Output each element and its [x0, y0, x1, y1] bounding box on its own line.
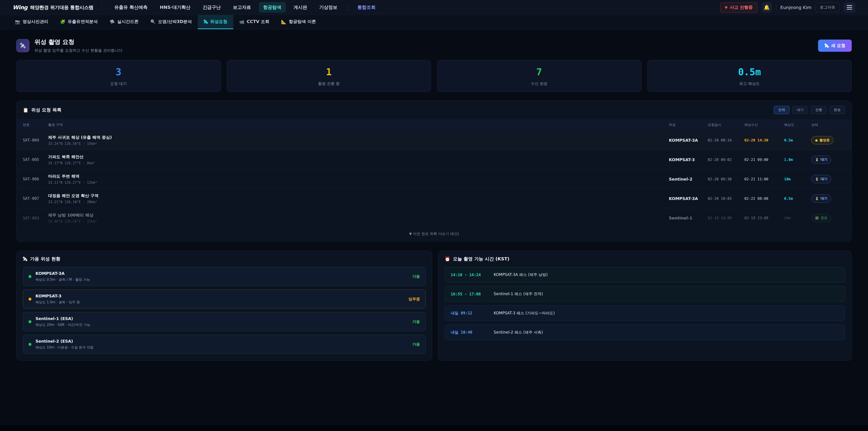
- divider: [347, 4, 348, 11]
- satellite-name: Sentinel-1: [669, 216, 708, 220]
- page-header: 🛰 위성 촬영 요청 위성 촬영 임무를 요청하고 수신 현황을 관리합니다 🛰…: [16, 38, 852, 53]
- new-request-button[interactable]: 🛰 새 요청: [818, 39, 852, 52]
- drone-icon: 🛸: [110, 19, 115, 24]
- nav-item-aerial-search[interactable]: 항공탐색: [259, 2, 286, 13]
- nav-item-rescue[interactable]: 긴급구난: [198, 2, 225, 13]
- request-id: SAT-003: [23, 216, 48, 220]
- tab-satellite-request[interactable]: 🛰 위성요청: [198, 15, 233, 29]
- table-row[interactable]: SAT-003 제주 남방 100해리 해상 33.00°N 126.50°E …: [17, 208, 851, 227]
- request-list-panel: 📋 위성 요청 목록 전체 대기 진행 완료 번호 촬영 구역 위성 요청일시 …: [16, 100, 852, 242]
- tab-aerial-theory[interactable]: 📐 항공탐색 이론: [275, 15, 322, 29]
- notifications-button[interactable]: 🔔: [762, 2, 772, 13]
- expected-at: 02-20 14:30: [744, 138, 784, 143]
- expected-at: 02-22 08:00: [744, 196, 784, 201]
- requested-at: 02-20 10:05: [708, 196, 744, 201]
- logo-mark-icon: Wing: [13, 4, 27, 11]
- col-resolution: 해상도: [784, 123, 811, 127]
- nav-item-hns[interactable]: HNS·대기확산: [155, 2, 195, 13]
- satellite-name: KOMPSAT-3A: [669, 138, 708, 143]
- satellite-status: 가용: [412, 342, 420, 347]
- menu-button[interactable]: [844, 2, 855, 13]
- bottom-strip: [0, 425, 868, 431]
- nav-item-integrated-search[interactable]: 통합조회: [353, 2, 380, 13]
- tab-oil-area-analysis[interactable]: 🧩 유출유면적분석: [54, 15, 104, 29]
- col-satellite: 위성: [669, 123, 708, 127]
- hourglass-icon: ⏳: [815, 177, 819, 181]
- tab-label: 항공탐색 이론: [289, 19, 316, 25]
- request-id: SAT-004: [23, 138, 48, 143]
- resolution: 0.5m: [784, 196, 811, 201]
- zone-name: 대정읍 해안 오염 확산 구역: [48, 193, 669, 198]
- zone-coords: 33.00°N 126.50°E · 25km²: [48, 219, 669, 223]
- resolution: 0.5m: [784, 138, 811, 143]
- satellite-status: 가용: [412, 274, 420, 279]
- tab-image-management[interactable]: 📷 영상사진관리: [9, 15, 54, 29]
- satellite-name: Sentinel-2 (ESA): [35, 339, 94, 343]
- pass-label: Sentinel-1 패스 (제주 전역): [494, 291, 543, 297]
- requested-at: 02-20 09:30: [708, 177, 744, 181]
- nav-item-oil-spill[interactable]: 유출유 확산예측: [110, 2, 152, 13]
- incident-status-badge[interactable]: 사고 진행중: [720, 2, 757, 13]
- schedule-item: 14:10 - 14:24 KOMPSAT-3A 패스 (제주 남방): [445, 267, 845, 282]
- expected-at: 02-19 23:00: [744, 216, 784, 220]
- stat-card-received: 7 수신 완료: [437, 60, 642, 92]
- stat-label: 촬영 진행 중: [229, 81, 429, 86]
- stats-row: 3 요청 대기 1 촬영 진행 중 7 수신 완료 0.5m 최고 해상도: [16, 60, 852, 92]
- nav-item-board[interactable]: 게시판: [289, 2, 312, 13]
- zone-coords: 33.24°N 126.50°E · 15km²: [48, 142, 669, 146]
- pass-label: KOMPSAT-3A 패스 (제주 남방): [494, 272, 548, 277]
- table-body: SAT-004 제주 서귀포 해상 (유출 해역 중심) 33.24°N 126…: [17, 130, 851, 227]
- filter-all[interactable]: 전체: [774, 106, 789, 114]
- table-row[interactable]: SAT-005 가파도 북쪽 해안선 33.17°N 126.27°E · 8k…: [17, 150, 851, 169]
- clipboard-icon: 📋: [23, 107, 29, 113]
- tab-cctv[interactable]: 📹 CCTV 조회: [233, 15, 275, 29]
- nav-item-reports[interactable]: 보고자료: [228, 2, 256, 13]
- nav-item-weather[interactable]: 기상정보: [315, 2, 342, 13]
- hourglass-icon: ⏳: [815, 158, 819, 161]
- zone-name: 가파도 북쪽 해안선: [48, 154, 669, 160]
- request-list-title: 📋 위성 요청 목록: [23, 107, 61, 113]
- incident-dot-icon: [725, 6, 727, 8]
- show-more-link[interactable]: ▼ 이전 완료 목록 더보기 (6건): [17, 227, 851, 241]
- request-id: SAT-007: [23, 196, 48, 201]
- table-row[interactable]: SAT-004 제주 서귀포 해상 (유출 해역 중심) 33.24°N 126…: [17, 130, 851, 150]
- col-expected: 예상수신: [744, 123, 784, 127]
- table-row[interactable]: SAT-007 대정읍 해안 오염 확산 구역 33.21°N 126.10°E…: [17, 189, 851, 208]
- satellite-name: Sentinel-2: [669, 177, 708, 182]
- requested-at: 02-20 08:14: [708, 138, 744, 143]
- satellite-item: Sentinel-2 (ESA) 해상도 10m · 다분광 · 수질 분석 적…: [23, 335, 426, 354]
- table-row[interactable]: SAT-006 마라도 주변 해역 33.11°N 126.27°E · 12k…: [17, 169, 851, 189]
- filter-done[interactable]: 완료: [829, 106, 845, 114]
- zone-name: 마라도 주변 해역: [48, 174, 669, 179]
- stat-label: 수신 완료: [439, 81, 639, 86]
- satellite-desc: 해상도 20m · SAR · 야간/우천 가능: [35, 323, 90, 327]
- app-logo[interactable]: Wing 해양환경 위기대응 통합시스템: [13, 4, 93, 11]
- satellite-desc: 해상도 0.5m · 광학 / IR · 촬영 가능: [35, 278, 90, 282]
- divider: [776, 4, 776, 11]
- satellite-name: KOMPSAT-3A: [669, 196, 708, 201]
- tab-pollution-3d-analysis[interactable]: 🔍 오염/선박3D분석: [145, 15, 198, 29]
- request-id: SAT-005: [23, 157, 48, 162]
- camera-icon: 📷: [15, 19, 20, 24]
- zone-name: 제주 남방 100해리 해상: [48, 212, 669, 218]
- satellite-name: KOMPSAT-3A: [35, 271, 90, 276]
- requested-at: 02-19 14:00: [708, 216, 744, 220]
- resolution: 1.0m: [784, 157, 811, 162]
- zone-name: 제주 서귀포 해상 (유출 해역 중심): [48, 135, 669, 140]
- cctv-icon: 📹: [239, 19, 245, 24]
- stat-card-best-resolution: 0.5m 최고 해상도: [647, 60, 852, 92]
- schedule-item: 16:55 - 17:08 Sentinel-1 패스 (제주 전역): [445, 286, 845, 302]
- filter-waiting[interactable]: 대기: [792, 106, 808, 114]
- ruler-icon: 📐: [281, 19, 287, 24]
- filter-in-progress[interactable]: 진행: [811, 106, 827, 114]
- puzzle-icon: 🧩: [60, 19, 66, 24]
- stat-value: 3: [19, 66, 218, 78]
- tab-realtime-drone[interactable]: 🛸 실시간드론: [103, 15, 145, 29]
- logout-button[interactable]: 로그아웃: [815, 2, 839, 12]
- col-requested: 요청일시: [708, 123, 744, 127]
- page-title: 위성 촬영 요청: [34, 38, 122, 46]
- tab-label: 오염/선박3D분석: [158, 19, 192, 25]
- status-filters: 전체 대기 진행 완료: [774, 106, 845, 114]
- tab-label: 위성요청: [210, 19, 227, 25]
- col-zone: 촬영 구역: [48, 123, 669, 127]
